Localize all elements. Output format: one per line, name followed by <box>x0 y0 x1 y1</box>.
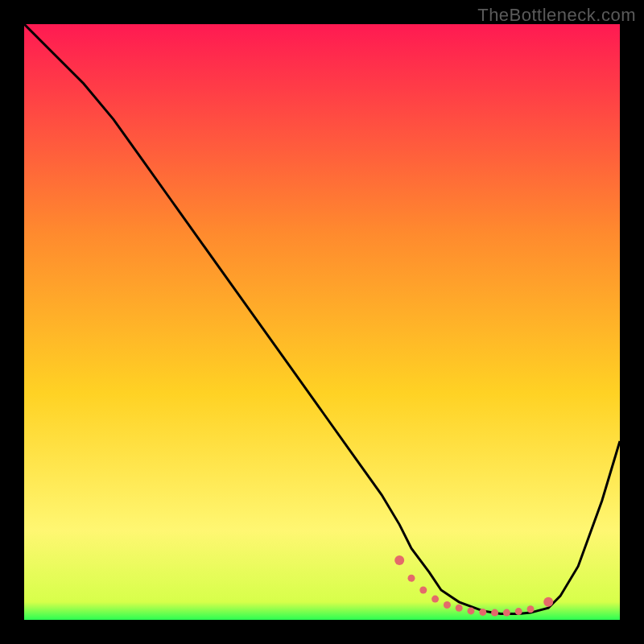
marker-dot <box>444 601 451 609</box>
marker-dot <box>419 587 427 594</box>
marker-dot <box>456 605 463 612</box>
plot-area <box>24 24 620 620</box>
marker-dot <box>491 609 498 617</box>
watermark-text: TheBottleneck.com <box>477 5 636 26</box>
marker-dot <box>394 555 404 565</box>
marker-dot <box>543 597 553 607</box>
chart-frame: TheBottleneck.com <box>0 0 644 644</box>
marker-dot <box>431 596 439 603</box>
bottleneck-chart <box>24 24 620 620</box>
gradient-background <box>24 24 620 620</box>
marker-dot <box>527 605 535 613</box>
marker-dot <box>479 609 486 616</box>
marker-dot <box>408 575 415 582</box>
marker-dot <box>468 607 475 614</box>
marker-dot <box>503 609 510 617</box>
marker-dot <box>515 608 522 615</box>
